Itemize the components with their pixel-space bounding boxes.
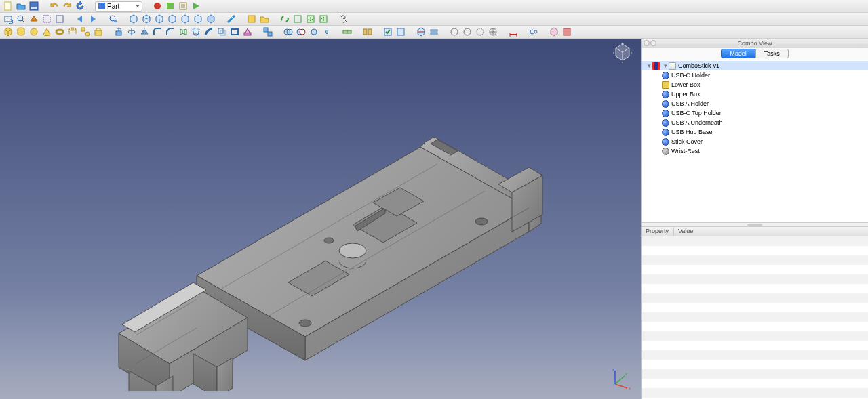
attachment-icon[interactable] (528, 26, 539, 37)
link-import-icon[interactable] (305, 14, 316, 24)
sweep-icon[interactable] (203, 26, 214, 37)
tab-model[interactable]: Model (721, 49, 755, 58)
property-col-label: Property (642, 227, 674, 236)
nav-back-icon[interactable] (75, 14, 85, 24)
view-iso-icon[interactable] (128, 14, 139, 24)
section-icon[interactable] (416, 26, 427, 37)
ruled-surface-icon[interactable] (178, 26, 189, 37)
common-icon[interactable] (321, 26, 332, 37)
primitive-cube-icon[interactable] (3, 26, 14, 37)
split-icon[interactable] (362, 26, 373, 37)
cut-icon[interactable] (296, 26, 307, 37)
macro-list-icon[interactable] (178, 1, 189, 12)
compound-icon[interactable] (262, 26, 273, 37)
document-icon (669, 62, 676, 70)
navigation-cube[interactable] (611, 41, 634, 64)
tree-item[interactable]: USB A Holder (642, 99, 868, 108)
primitive-cylinder-icon[interactable] (16, 26, 26, 37)
wireframe-icon[interactable] (54, 14, 65, 24)
defeaturing-icon[interactable] (395, 26, 406, 37)
fuse-icon[interactable] (309, 26, 319, 37)
tab-tasks[interactable]: Tasks (755, 49, 789, 58)
revolve-icon[interactable] (126, 26, 137, 37)
tree-item[interactable]: Wrist-Rest (642, 146, 868, 156)
tree-item[interactable]: USB-C Holder (642, 70, 868, 80)
join-connect-icon[interactable] (342, 26, 353, 37)
projection-icon[interactable] (242, 26, 253, 37)
new-file-icon[interactable] (3, 1, 14, 12)
app-icon (652, 62, 660, 70)
panel-splitter[interactable] (642, 222, 868, 227)
tree-item[interactable]: Upper Box (642, 89, 868, 99)
primitive-torus-icon[interactable] (54, 26, 65, 37)
draw-style-icon[interactable] (28, 14, 39, 24)
svg-rect-26 (116, 31, 121, 35)
svg-point-53 (534, 30, 537, 33)
mirror-icon[interactable] (139, 26, 150, 37)
export-icon[interactable] (462, 26, 473, 37)
thickness-icon[interactable] (229, 26, 240, 37)
import-icon[interactable] (449, 26, 460, 37)
macro-record-icon[interactable] (152, 1, 163, 12)
nav-forward-icon[interactable] (87, 14, 98, 24)
property-grid[interactable] (642, 236, 868, 399)
convert-to-solid-icon[interactable] (561, 26, 572, 37)
panel-pin-icon[interactable] (644, 40, 650, 46)
primitive-sphere-icon[interactable] (28, 26, 39, 37)
macro-stop-icon[interactable] (165, 1, 176, 12)
tree-item-label: USB A Underneath (671, 119, 723, 126)
svg-rect-25 (95, 30, 102, 35)
tree-item[interactable]: USB A Underneath (642, 118, 868, 127)
offset3d-icon[interactable] (216, 26, 227, 37)
group-create-icon[interactable] (259, 14, 270, 24)
tree-item[interactable]: USB Hub Base (642, 127, 868, 137)
workbench-selector[interactable]: Part (95, 1, 142, 12)
appearance-icon[interactable] (488, 26, 498, 37)
macro-run-icon[interactable] (191, 1, 201, 12)
link-make-icon[interactable] (279, 14, 290, 24)
fit-selection-icon[interactable] (16, 14, 26, 24)
svg-rect-32 (231, 29, 238, 35)
boolean-icon[interactable] (283, 26, 294, 37)
measure-icon[interactable] (226, 14, 237, 24)
whats-this-icon[interactable] (338, 14, 349, 24)
svg-text:y: y (625, 371, 627, 375)
fit-all-icon[interactable] (3, 14, 14, 24)
cross-sections-icon[interactable] (429, 26, 439, 37)
check-geometry-icon[interactable] (382, 26, 393, 37)
view-front-icon[interactable] (141, 14, 152, 24)
undo-icon[interactable] (49, 1, 60, 12)
refresh-icon[interactable] (75, 1, 85, 12)
shape-builder-icon[interactable] (93, 26, 104, 37)
save-file-icon[interactable] (28, 1, 39, 12)
tree-item[interactable]: USB-C Top Holder (642, 108, 868, 118)
view-bottom-icon[interactable] (193, 14, 203, 24)
link-export-icon[interactable] (318, 14, 329, 24)
primitive-cone-icon[interactable] (41, 26, 52, 37)
measure-linear-icon[interactable] (508, 26, 519, 37)
tree-root[interactable]: ▾ ▾ ComboStick-v1 (642, 61, 868, 70)
view-top-icon[interactable] (154, 14, 165, 24)
color-per-face-icon[interactable] (549, 26, 559, 37)
panel-close-icon[interactable] (650, 40, 656, 46)
primitive-tube-icon[interactable] (67, 26, 78, 37)
primitives-menu-icon[interactable] (80, 26, 91, 37)
loft-icon[interactable] (191, 26, 201, 37)
model-tree[interactable]: ▾ ▾ ComboStick-v1 USB-C HolderLower BoxU… (642, 60, 868, 222)
link-actions-icon[interactable] (292, 14, 303, 24)
redo-icon[interactable] (62, 1, 73, 12)
3d-viewport[interactable]: x y z (0, 39, 641, 399)
fillet-icon[interactable] (152, 26, 163, 37)
box-selection-icon[interactable] (475, 26, 486, 37)
view-right-icon[interactable] (167, 14, 178, 24)
view-rear-icon[interactable] (180, 14, 191, 24)
chamfer-icon[interactable] (165, 26, 176, 37)
open-file-icon[interactable] (16, 1, 26, 12)
bounding-box-icon[interactable] (41, 14, 52, 24)
part-create-icon[interactable] (246, 14, 257, 24)
view-left-icon[interactable] (205, 14, 216, 24)
tree-item[interactable]: Lower Box (642, 80, 868, 89)
tree-item[interactable]: Stick Cover (642, 137, 868, 146)
goto-linked-icon[interactable] (108, 14, 119, 24)
extrude-icon[interactable] (113, 26, 124, 37)
